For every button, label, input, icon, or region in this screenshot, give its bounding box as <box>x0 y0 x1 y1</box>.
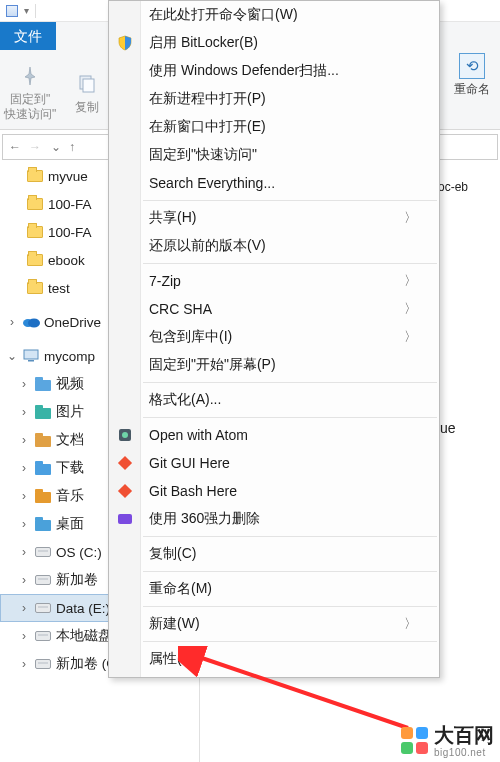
menu-separator <box>143 536 437 537</box>
chevron-right-icon[interactable]: › <box>18 377 30 391</box>
atom-icon <box>116 426 134 444</box>
pc-icon <box>22 347 40 365</box>
qat-dropdown-icon[interactable]: ▾ <box>24 5 29 16</box>
menu-item[interactable]: 启用 BitLocker(B) <box>109 29 439 57</box>
chevron-right-icon[interactable]: › <box>18 573 30 587</box>
menu-item-label: 使用 360强力删除 <box>149 510 417 528</box>
svg-rect-22 <box>118 514 132 524</box>
chevron-down-icon[interactable]: ⌄ <box>6 349 18 363</box>
rename-icon[interactable]: ⟲ <box>459 53 485 79</box>
menu-item[interactable]: CRC SHA〉 <box>109 295 439 323</box>
menu-item-label: 使用 Windows Defender扫描... <box>149 62 417 80</box>
menu-item[interactable]: 重命名(M) <box>109 575 439 603</box>
submenu-arrow-icon: 〉 <box>404 300 417 318</box>
menu-item[interactable]: 使用 Windows Defender扫描... <box>109 57 439 85</box>
submenu-arrow-icon: 〉 <box>404 328 417 346</box>
svg-rect-14 <box>35 492 51 503</box>
chevron-right-icon[interactable]: › <box>18 461 30 475</box>
menu-separator <box>143 606 437 607</box>
submenu-arrow-icon: 〉 <box>404 209 417 227</box>
dl-icon <box>34 459 52 477</box>
menu-item-label: 新建(W) <box>149 615 404 633</box>
menu-item[interactable]: 使用 360强力删除 <box>109 505 439 533</box>
menu-item[interactable]: 包含到库中(I)〉 <box>109 323 439 351</box>
nav-label: 100-FA <box>48 197 92 212</box>
menu-item[interactable]: 共享(H)〉 <box>109 204 439 232</box>
file-text-partial: ue <box>440 420 456 436</box>
chevron-down-icon[interactable]: ⌄ <box>49 140 63 154</box>
menu-item[interactable]: Git Bash Here <box>109 477 439 505</box>
pic-icon <box>34 403 52 421</box>
menu-item[interactable]: 复制(C) <box>109 540 439 568</box>
nav-label: Data (E:) <box>56 601 110 616</box>
pin-to-quick-access-button[interactable]: 固定到" 快速访问" <box>4 60 56 123</box>
chevron-right-icon[interactable]: › <box>18 433 30 447</box>
menu-item-label: Git GUI Here <box>149 455 417 471</box>
chevron-right-icon[interactable]: › <box>6 315 18 329</box>
copy-label: 复制 <box>75 100 99 116</box>
nav-back-icon[interactable]: ← <box>7 140 23 154</box>
menu-separator <box>143 417 437 418</box>
qat-separator <box>35 4 36 18</box>
menu-separator <box>143 382 437 383</box>
copy-icon <box>73 70 101 98</box>
file-tab[interactable]: 文件 <box>0 22 56 50</box>
nav-up-icon[interactable]: ↑ <box>67 140 77 154</box>
menu-item-label: 还原以前的版本(V) <box>149 237 417 255</box>
chevron-right-icon[interactable]: › <box>18 517 30 531</box>
music-icon <box>34 487 52 505</box>
chevron-right-icon[interactable]: › <box>18 489 30 503</box>
chevron-right-icon[interactable]: › <box>18 629 30 643</box>
menu-item[interactable]: 还原以前的版本(V) <box>109 232 439 260</box>
menu-item[interactable]: Git GUI Here <box>109 449 439 477</box>
svg-rect-10 <box>35 436 51 447</box>
menu-item[interactable]: 固定到"快速访问" <box>109 141 439 169</box>
menu-item[interactable]: Open with Atom <box>109 421 439 449</box>
svg-rect-13 <box>35 461 43 465</box>
menu-item[interactable]: 在新进程中打开(P) <box>109 85 439 113</box>
watermark-url: big100.net <box>434 747 494 758</box>
watermark: 大百网 big100.net <box>401 722 494 758</box>
breadcrumb-right-partial: oc-eb <box>438 180 468 194</box>
menu-item[interactable]: 格式化(A)... <box>109 386 439 414</box>
menu-item[interactable]: 新建(W)〉 <box>109 610 439 638</box>
menu-item[interactable]: 固定到"开始"屏幕(P) <box>109 351 439 379</box>
nav-label: 桌面 <box>56 515 84 533</box>
disk-c-icon <box>34 543 52 561</box>
svg-point-3 <box>28 319 40 328</box>
menu-item-label: Search Everything... <box>149 175 417 191</box>
nav-label: 音乐 <box>56 487 84 505</box>
menu-item-label: 启用 BitLocker(B) <box>149 34 417 52</box>
menu-item[interactable]: 在此处打开命令窗口(W) <box>109 1 439 29</box>
svg-rect-4 <box>24 350 38 359</box>
nav-label: 100-FA <box>48 225 92 240</box>
chevron-right-icon[interactable]: › <box>18 601 30 615</box>
chevron-right-icon[interactable]: › <box>18 545 30 559</box>
svg-rect-1 <box>83 79 94 92</box>
nav-label: ebook <box>48 253 85 268</box>
menu-item[interactable]: 属性(R) <box>109 645 439 673</box>
menu-item[interactable]: Search Everything... <box>109 169 439 197</box>
menu-item-label: Open with Atom <box>149 427 417 443</box>
submenu-arrow-icon: 〉 <box>404 615 417 633</box>
folder-icon <box>26 167 44 185</box>
disk-icon <box>34 599 52 617</box>
pin-icon <box>16 62 44 90</box>
nav-label: 视频 <box>56 375 84 393</box>
menu-separator <box>143 263 437 264</box>
chevron-right-icon[interactable]: › <box>18 657 30 671</box>
svg-rect-17 <box>35 517 43 521</box>
nav-label: 下载 <box>56 459 84 477</box>
copy-button[interactable]: 复制 <box>62 68 112 116</box>
video-icon <box>34 375 52 393</box>
menu-separator <box>143 200 437 201</box>
qat-folder-icon[interactable] <box>6 5 18 17</box>
menu-item[interactable]: 7-Zip〉 <box>109 267 439 295</box>
chevron-right-icon[interactable]: › <box>18 405 30 419</box>
nav-label: OS (C:) <box>56 545 102 560</box>
folder-icon <box>26 195 44 213</box>
folder-icon <box>26 279 44 297</box>
nav-label: 文档 <box>56 431 84 449</box>
nav-label: myvue <box>48 169 88 184</box>
menu-item[interactable]: 在新窗口中打开(E) <box>109 113 439 141</box>
